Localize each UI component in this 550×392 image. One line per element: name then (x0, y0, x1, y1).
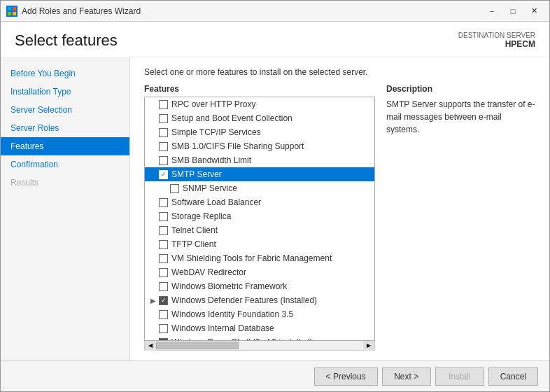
feature-item[interactable]: Windows Identity Foundation 3.5 (145, 307, 374, 321)
minimize-button[interactable]: − (482, 4, 502, 18)
feature-checkbox[interactable] (159, 100, 168, 109)
feature-checkbox[interactable] (159, 226, 168, 235)
feature-item[interactable]: Windows Biometric Framework (145, 279, 374, 293)
server-name: HPECM (458, 39, 535, 49)
feature-checkbox[interactable] (170, 184, 179, 193)
sidebar-item-confirmation[interactable]: Confirmation (1, 155, 129, 174)
page-title: Select features (15, 31, 118, 50)
feature-item[interactable]: WebDAV Redirector (145, 265, 374, 279)
scroll-thumb (156, 342, 239, 349)
feature-checkbox[interactable] (159, 240, 168, 249)
feature-label: TFTP Client (171, 239, 372, 249)
sidebar-item-server-selection[interactable]: Server Selection (1, 101, 129, 119)
sidebar: Before You BeginInstallation TypeServer … (1, 57, 130, 360)
svg-rect-0 (8, 7, 11, 10)
feature-item[interactable]: Telnet Client (145, 223, 374, 237)
window-title: Add Roles and Features Wizard (22, 6, 482, 16)
feature-checkbox[interactable] (159, 324, 168, 333)
scroll-right-button[interactable]: ▶ (363, 341, 374, 351)
window-icon (6, 6, 17, 17)
feature-item[interactable]: SMB 1.0/CIFS File Sharing Support (145, 139, 374, 153)
feature-item[interactable]: Simple TCP/IP Services (145, 125, 374, 139)
horizontal-scrollbar[interactable]: ◀ ▶ (144, 341, 375, 351)
features-list[interactable]: RPC over HTTP ProxySetup and Boot Event … (144, 97, 375, 341)
svg-rect-2 (8, 12, 11, 15)
feature-label: Telnet Client (171, 225, 372, 235)
main-content: Before You BeginInstallation TypeServer … (1, 57, 549, 360)
feature-label: Windows Defender Features (Installed) (171, 295, 372, 305)
feature-label: Windows Biometric Framework (171, 281, 372, 291)
feature-arrow[interactable]: ▶ (148, 297, 159, 304)
description-text: SMTP Server supports the transfer of e-m… (386, 98, 535, 136)
feature-item[interactable]: Setup and Boot Event Collection (145, 111, 374, 125)
header-area: Select features DESTINATION SERVER HPECM (1, 22, 549, 57)
feature-item[interactable]: Storage Replica (145, 209, 374, 223)
description-header: Description (386, 84, 535, 94)
previous-button[interactable]: < Previous (314, 368, 378, 386)
sidebar-item-results: Results (1, 174, 129, 192)
feature-checkbox[interactable] (159, 198, 168, 207)
svg-rect-3 (13, 12, 16, 15)
feature-label: Windows Identity Foundation 3.5 (171, 309, 372, 319)
content-area: Select features DESTINATION SERVER HPECM… (1, 22, 549, 391)
feature-checkbox[interactable] (159, 156, 168, 165)
feature-item[interactable]: ✓SMTP Server (145, 167, 374, 181)
feature-checkbox[interactable] (159, 212, 168, 221)
feature-checkbox[interactable] (159, 142, 168, 151)
feature-label: Storage Replica (171, 211, 372, 221)
close-button[interactable]: ✕ (524, 4, 544, 18)
feature-checkbox[interactable] (159, 268, 168, 277)
sidebar-item-server-roles[interactable]: Server Roles (1, 119, 129, 137)
feature-label: VM Shielding Tools for Fabric Management (171, 253, 372, 263)
scroll-left-button[interactable]: ◀ (145, 341, 156, 351)
feature-label: SNMP Service (183, 183, 372, 193)
sidebar-item-before[interactable]: Before You Begin (1, 64, 129, 83)
footer: < Previous Next > Install Cancel (1, 360, 549, 391)
feature-label: SMB Bandwidth Limit (171, 155, 372, 165)
maximize-button[interactable]: □ (503, 4, 523, 18)
feature-checkbox[interactable]: ✓ (159, 170, 168, 179)
feature-checkbox[interactable] (159, 114, 168, 123)
cancel-button[interactable]: Cancel (488, 368, 538, 386)
feature-label: SMTP Server (171, 169, 372, 179)
panel-description: Select one or more features to install o… (144, 67, 535, 77)
feature-label: WebDAV Redirector (171, 267, 372, 277)
feature-item[interactable]: RPC over HTTP Proxy (145, 97, 374, 111)
feature-label: Simple TCP/IP Services (171, 127, 372, 137)
feature-checkbox[interactable]: ✓ (159, 296, 168, 305)
feature-item[interactable]: ▶✓Windows PowerShell (3 of 5 installed) (145, 335, 374, 341)
features-list-container: Features RPC over HTTP ProxySetup and Bo… (144, 84, 375, 351)
feature-item[interactable]: ▶✓Windows Defender Features (Installed) (145, 293, 374, 307)
sidebar-item-installation[interactable]: Installation Type (1, 83, 129, 101)
feature-label: Software Load Balancer (171, 197, 372, 207)
feature-checkbox[interactable] (159, 310, 168, 319)
feature-label: RPC over HTTP Proxy (171, 99, 372, 109)
feature-label: SMB 1.0/CIFS File Sharing Support (171, 141, 372, 151)
server-label: DESTINATION SERVER (458, 31, 535, 39)
sidebar-item-features[interactable]: Features (1, 137, 129, 155)
feature-checkbox[interactable] (159, 254, 168, 263)
feature-item[interactable]: SNMP Service (145, 181, 374, 195)
features-header: Features (144, 84, 375, 94)
install-button[interactable]: Install (435, 368, 484, 386)
features-section: Features RPC over HTTP ProxySetup and Bo… (144, 84, 535, 351)
feature-checkbox[interactable] (159, 128, 168, 137)
next-button[interactable]: Next > (382, 368, 431, 386)
feature-label: Setup and Boot Event Collection (171, 113, 372, 123)
panel: Select one or more features to install o… (130, 57, 549, 360)
window-controls: − □ ✕ (482, 4, 544, 18)
wizard-window: Add Roles and Features Wizard − □ ✕ Sele… (0, 0, 550, 392)
feature-checkbox[interactable] (159, 282, 168, 291)
feature-item[interactable]: VM Shielding Tools for Fabric Management (145, 251, 374, 265)
title-bar: Add Roles and Features Wizard − □ ✕ (1, 1, 549, 22)
feature-item[interactable]: TFTP Client (145, 237, 374, 251)
feature-item[interactable]: Software Load Balancer (145, 195, 374, 209)
server-info: DESTINATION SERVER HPECM (458, 31, 535, 49)
feature-item[interactable]: Windows Internal Database (145, 321, 374, 335)
svg-rect-1 (13, 7, 16, 10)
feature-label: Windows Internal Database (171, 323, 372, 333)
scroll-track (156, 341, 363, 350)
feature-item[interactable]: SMB Bandwidth Limit (145, 153, 374, 167)
description-panel: Description SMTP Server supports the tra… (386, 84, 535, 351)
